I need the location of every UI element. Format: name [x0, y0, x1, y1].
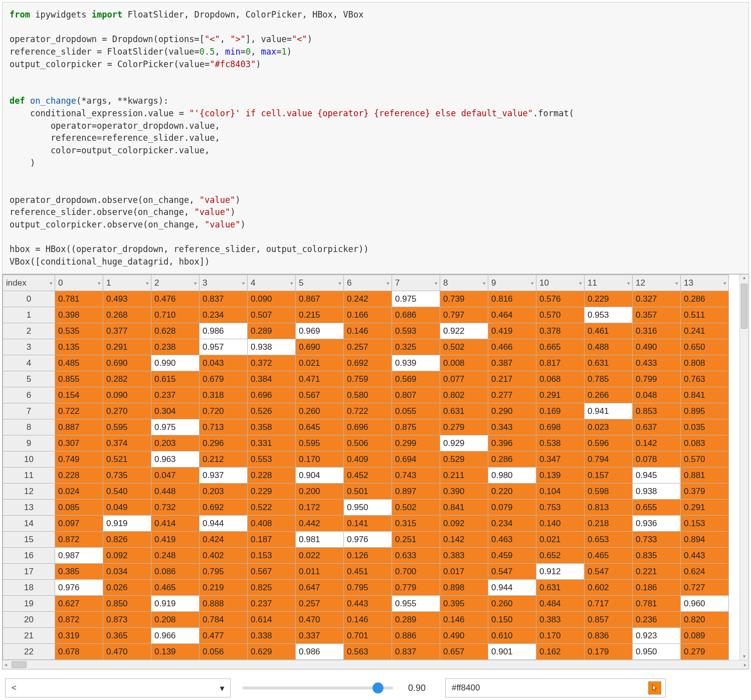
- data-cell[interactable]: 0.733: [633, 532, 681, 548]
- data-cell[interactable]: 0.547: [585, 564, 633, 580]
- data-cell[interactable]: 0.242: [344, 291, 392, 307]
- data-cell[interactable]: 0.463: [488, 532, 536, 548]
- data-cell[interactable]: 0.855: [55, 371, 103, 387]
- table-row[interactable]: 140.0970.9190.4140.9440.4080.4420.1410.3…: [3, 516, 729, 532]
- data-cell[interactable]: 0.837: [200, 291, 248, 307]
- data-cell[interactable]: 0.595: [296, 435, 344, 451]
- data-cell[interactable]: 0.047: [151, 468, 200, 484]
- data-cell[interactable]: 0.807: [392, 387, 440, 403]
- column-header[interactable]: 3▾: [200, 275, 248, 291]
- data-cell[interactable]: 0.887: [55, 419, 103, 435]
- data-cell[interactable]: 0.395: [440, 596, 488, 612]
- data-cell[interactable]: 0.228: [248, 468, 296, 484]
- data-cell[interactable]: 0.825: [248, 580, 296, 596]
- data-cell[interactable]: 0.888: [200, 596, 248, 612]
- table-row[interactable]: 10.3980.2680.7100.2340.5070.2150.1660.68…: [3, 307, 729, 323]
- data-cell[interactable]: 0.990: [151, 355, 200, 371]
- scroll-up-icon[interactable]: ▴: [743, 275, 745, 280]
- row-index[interactable]: 14: [3, 516, 55, 532]
- data-cell[interactable]: 0.097: [55, 516, 103, 532]
- table-row[interactable]: 190.6270.8500.9190.8880.2370.2570.4430.9…: [3, 596, 729, 612]
- data-cell[interactable]: 0.424: [200, 532, 248, 548]
- data-cell[interactable]: 0.236: [633, 612, 681, 628]
- table-row[interactable]: 130.0850.0490.7320.6920.5220.1720.9500.5…: [3, 500, 729, 516]
- filter-icon[interactable]: ▾: [675, 280, 678, 286]
- vertical-scrollbar[interactable]: ▴ ▾: [739, 275, 748, 660]
- data-cell[interactable]: 0.692: [200, 500, 248, 516]
- data-cell[interactable]: 0.781: [55, 291, 103, 307]
- column-header[interactable]: 2▾: [151, 275, 200, 291]
- data-cell[interactable]: 0.238: [151, 339, 200, 355]
- slider-track[interactable]: [243, 686, 393, 689]
- data-cell[interactable]: 0.270: [103, 403, 151, 419]
- table-row[interactable]: 160.9870.0920.2480.4020.1530.0220.1260.6…: [3, 548, 729, 564]
- data-cell[interactable]: 0.146: [344, 323, 392, 339]
- data-cell[interactable]: 0.785: [585, 371, 633, 387]
- table-row[interactable]: 70.7220.2700.3040.7200.5260.2600.7220.05…: [3, 403, 729, 419]
- output-colorpicker[interactable]: #ff8400: [445, 678, 666, 697]
- filter-icon[interactable]: ▾: [98, 280, 101, 286]
- data-cell[interactable]: 0.631: [440, 403, 488, 419]
- data-cell[interactable]: 0.904: [296, 468, 344, 484]
- data-cell[interactable]: 0.502: [392, 500, 440, 516]
- data-cell[interactable]: 0.645: [296, 419, 344, 435]
- data-cell[interactable]: 0.506: [344, 435, 392, 451]
- data-cell[interactable]: 0.055: [392, 403, 440, 419]
- data-cell[interactable]: 0.652: [536, 548, 585, 564]
- data-cell[interactable]: 0.686: [392, 307, 440, 323]
- table-row[interactable]: 00.7810.4930.4760.8370.0900.8670.2420.97…: [3, 291, 729, 307]
- slider-thumb[interactable]: [372, 682, 384, 693]
- data-cell[interactable]: 0.260: [296, 403, 344, 419]
- row-index[interactable]: 11: [3, 468, 55, 484]
- data-cell[interactable]: 0.218: [585, 516, 633, 532]
- data-cell[interactable]: 0.357: [633, 307, 681, 323]
- data-cell[interactable]: 0.963: [151, 451, 200, 468]
- data-cell[interactable]: 0.248: [151, 548, 200, 564]
- data-cell[interactable]: 0.595: [103, 419, 151, 435]
- data-cell[interactable]: 0.526: [248, 403, 296, 419]
- data-cell[interactable]: 0.781: [633, 596, 681, 612]
- data-cell[interactable]: 0.799: [633, 371, 681, 387]
- data-cell[interactable]: 0.912: [536, 564, 585, 580]
- column-header[interactable]: 10▾: [536, 275, 585, 291]
- table-row[interactable]: 40.4850.6900.9900.0430.3720.0210.6920.93…: [3, 355, 729, 371]
- data-cell[interactable]: 0.215: [296, 307, 344, 323]
- data-cell[interactable]: 0.727: [681, 580, 729, 596]
- data-cell[interactable]: 0.379: [681, 484, 729, 500]
- data-cell[interactable]: 0.056: [200, 644, 248, 660]
- filter-icon[interactable]: ▾: [242, 280, 245, 286]
- data-cell[interactable]: 0.200: [296, 484, 344, 500]
- data-cell[interactable]: 0.628: [151, 323, 200, 339]
- data-cell[interactable]: 0.633: [392, 548, 440, 564]
- data-cell[interactable]: 0.901: [488, 644, 536, 660]
- data-cell[interactable]: 0.841: [681, 387, 729, 403]
- data-cell[interactable]: 0.493: [103, 291, 151, 307]
- data-cell[interactable]: 0.850: [103, 596, 151, 612]
- data-cell[interactable]: 0.743: [392, 468, 440, 484]
- data-cell[interactable]: 0.610: [488, 628, 536, 644]
- data-cell[interactable]: 0.257: [344, 339, 392, 355]
- data-cell[interactable]: 0.507: [248, 307, 296, 323]
- data-cell[interactable]: 0.126: [344, 548, 392, 564]
- data-cell[interactable]: 0.451: [344, 564, 392, 580]
- data-cell[interactable]: 0.817: [536, 355, 585, 371]
- data-cell[interactable]: 0.268: [103, 307, 151, 323]
- datagrid[interactable]: index▾0▾1▾2▾3▾4▾5▾6▾7▾8▾9▾10▾11▾12▾13▾00…: [2, 274, 749, 669]
- table-row[interactable]: 150.8720.8260.4190.4240.1870.9810.9760.2…: [3, 532, 729, 548]
- column-header[interactable]: 0▾: [55, 275, 103, 291]
- data-cell[interactable]: 0.567: [248, 564, 296, 580]
- filter-icon[interactable]: ▾: [483, 280, 486, 286]
- row-index[interactable]: 15: [3, 532, 55, 548]
- data-cell[interactable]: 0.873: [103, 612, 151, 628]
- data-cell[interactable]: 0.521: [103, 451, 151, 468]
- data-cell[interactable]: 0.146: [440, 612, 488, 628]
- data-cell[interactable]: 0.944: [200, 516, 248, 532]
- data-cell[interactable]: 0.950: [633, 644, 681, 660]
- data-cell[interactable]: 0.875: [392, 419, 440, 435]
- data-cell[interactable]: 0.826: [103, 532, 151, 548]
- data-cell[interactable]: 0.372: [248, 355, 296, 371]
- data-cell[interactable]: 0.820: [681, 612, 729, 628]
- row-index[interactable]: 7: [3, 403, 55, 419]
- data-cell[interactable]: 0.898: [440, 580, 488, 596]
- table-row[interactable]: 20.5350.3770.6280.9860.2890.9690.1460.59…: [3, 323, 729, 339]
